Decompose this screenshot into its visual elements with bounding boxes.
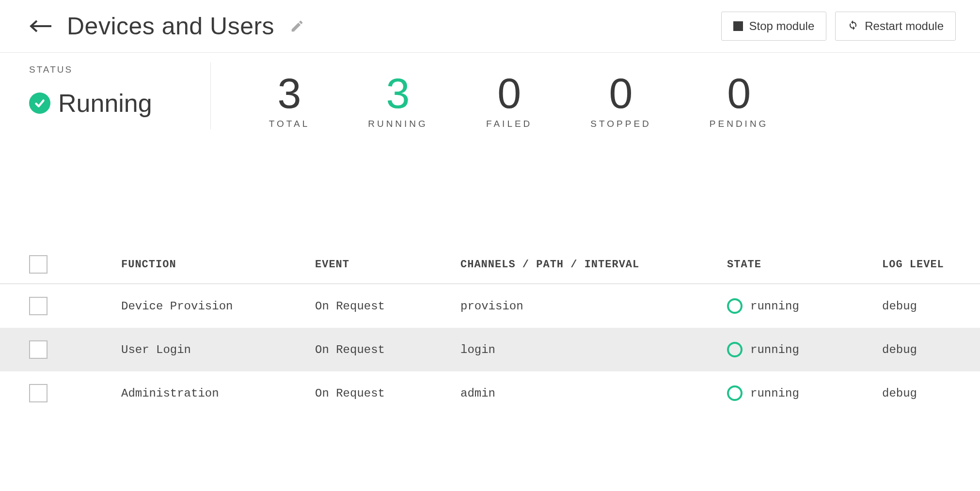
- header-channels: CHANNELS / PATH / INTERVAL: [460, 259, 727, 271]
- cell-state: running: [727, 298, 882, 314]
- functions-table: FUNCTION EVENT CHANNELS / PATH / INTERVA…: [0, 246, 980, 415]
- select-all-checkbox[interactable]: [29, 255, 47, 274]
- row-checkbox[interactable]: [29, 384, 47, 402]
- header-function: FUNCTION: [121, 259, 315, 271]
- metric-total: 3 TOTAL: [269, 72, 310, 129]
- status-block: STATUS Running: [29, 62, 211, 129]
- row-checkbox[interactable]: [29, 340, 47, 359]
- table-row[interactable]: User Login On Request login running debu…: [0, 328, 980, 371]
- cell-event: On Request: [315, 387, 460, 400]
- metric-running-value: 3: [368, 72, 428, 115]
- metric-pending: 0 PENDING: [710, 72, 769, 129]
- cell-log-level: debug: [882, 300, 951, 313]
- header-left: Devices and Users: [29, 12, 304, 40]
- header-state: STATE: [727, 259, 882, 271]
- status-label: STATUS: [29, 64, 152, 75]
- state-running-icon: [727, 342, 743, 357]
- metric-failed-value: 0: [486, 72, 532, 115]
- cell-event: On Request: [315, 343, 460, 356]
- stop-icon: [733, 21, 743, 31]
- cell-channels: login: [460, 343, 727, 356]
- restart-module-button[interactable]: Restart module: [835, 12, 956, 41]
- state-running-icon: [727, 385, 743, 401]
- cell-log-level: debug: [882, 387, 951, 400]
- cell-channels: provision: [460, 300, 727, 313]
- table-header: FUNCTION EVENT CHANNELS / PATH / INTERVA…: [0, 246, 980, 284]
- state-running-icon: [727, 298, 743, 314]
- stop-module-button[interactable]: Stop module: [721, 12, 826, 41]
- cell-function: User Login: [121, 343, 315, 356]
- stop-module-label: Stop module: [749, 19, 814, 33]
- row-checkbox[interactable]: [29, 297, 47, 315]
- cell-channels: admin: [460, 387, 727, 400]
- cell-state-text: running: [750, 343, 799, 356]
- cell-log-level: debug: [882, 343, 951, 356]
- metric-running-label: RUNNING: [368, 119, 428, 129]
- back-arrow-icon[interactable]: [29, 19, 53, 33]
- metric-stopped: 0 STOPPED: [590, 72, 651, 129]
- check-circle-icon: [29, 92, 50, 114]
- page-header: Devices and Users Stop module Restart mo…: [0, 0, 980, 53]
- cell-function: Device Provision: [121, 300, 315, 313]
- restart-module-label: Restart module: [865, 19, 944, 33]
- edit-icon[interactable]: [290, 19, 304, 33]
- cell-state-text: running: [750, 387, 799, 400]
- cell-event: On Request: [315, 300, 460, 313]
- page-title: Devices and Users: [67, 12, 274, 40]
- metric-pending-label: PENDING: [710, 119, 769, 129]
- metric-pending-value: 0: [710, 72, 769, 115]
- cell-state: running: [727, 342, 882, 357]
- metric-total-value: 3: [269, 72, 310, 115]
- header-log-level: LOG LEVEL: [882, 259, 951, 271]
- metric-failed: 0 FAILED: [486, 72, 532, 129]
- metric-stopped-label: STOPPED: [590, 119, 651, 129]
- cell-function: Administration: [121, 387, 315, 400]
- metric-stopped-value: 0: [590, 72, 651, 115]
- header-actions: Stop module Restart module: [721, 12, 956, 41]
- header-event: EVENT: [315, 259, 460, 271]
- status-panel: STATUS Running 3 TOTAL 3 RUNNING 0 FAILE…: [0, 53, 980, 149]
- status-text: Running: [58, 89, 152, 118]
- metric-failed-label: FAILED: [486, 119, 532, 129]
- cell-state: running: [727, 385, 882, 401]
- status-value: Running: [29, 89, 152, 118]
- metrics: 3 TOTAL 3 RUNNING 0 FAILED 0 STOPPED 0 P…: [250, 62, 769, 129]
- metric-running: 3 RUNNING: [368, 72, 428, 129]
- cell-state-text: running: [750, 300, 799, 313]
- metric-total-label: TOTAL: [269, 119, 310, 129]
- table-row[interactable]: Device Provision On Request provision ru…: [0, 284, 980, 328]
- table-row[interactable]: Administration On Request admin running …: [0, 371, 980, 415]
- restart-icon: [847, 19, 859, 33]
